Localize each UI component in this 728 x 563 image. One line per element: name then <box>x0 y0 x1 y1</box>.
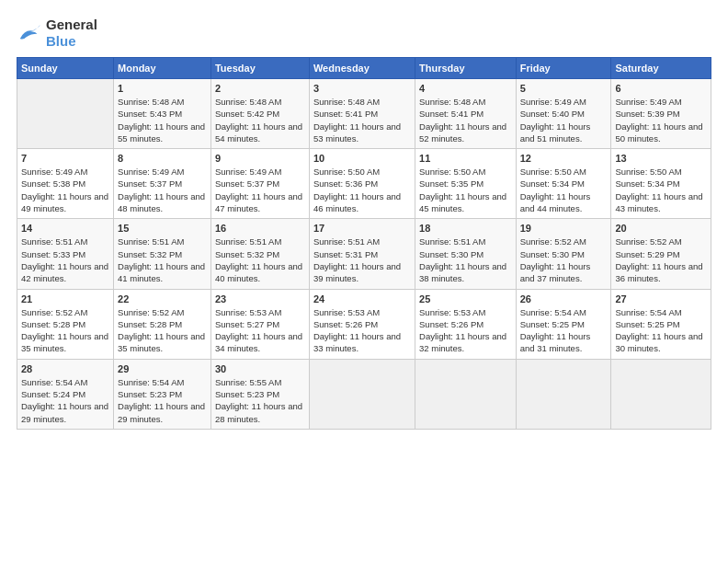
day-info: Sunrise: 5:51 AMSunset: 5:32 PMDaylight:… <box>118 236 207 284</box>
sunrise-text: Sunrise: 5:51 AM <box>118 236 184 247</box>
week-row-4: 28Sunrise: 5:54 AMSunset: 5:24 PMDayligh… <box>17 359 711 429</box>
sunrise-text: Sunrise: 5:54 AM <box>21 377 87 387</box>
calendar-cell: 5Sunrise: 5:49 AMSunset: 5:40 PMDaylight… <box>516 79 611 149</box>
week-row-3: 21Sunrise: 5:52 AMSunset: 5:28 PMDayligh… <box>17 289 711 359</box>
day-number: 14 <box>21 223 109 234</box>
day-number: 30 <box>215 363 305 374</box>
day-info: Sunrise: 5:48 AMSunset: 5:43 PMDaylight:… <box>118 96 207 144</box>
sunset-text: Sunset: 5:31 PM <box>313 249 378 259</box>
sunrise-text: Sunrise: 5:51 AM <box>419 236 485 247</box>
calendar-cell: 10Sunrise: 5:50 AMSunset: 5:36 PMDayligh… <box>309 149 415 219</box>
sunrise-text: Sunrise: 5:51 AM <box>21 236 87 247</box>
sunset-text: Sunset: 5:30 PM <box>520 249 585 259</box>
sunset-text: Sunset: 5:24 PM <box>21 389 85 399</box>
sunset-text: Sunset: 5:41 PM <box>419 109 483 119</box>
header-row: SundayMondayTuesdayWednesdayThursdayFrid… <box>17 58 711 79</box>
calendar-cell: 20Sunrise: 5:52 AMSunset: 5:29 PMDayligh… <box>611 219 711 289</box>
calendar-cell: 14Sunrise: 5:51 AMSunset: 5:33 PMDayligh… <box>17 219 114 289</box>
sunrise-text: Sunrise: 5:50 AM <box>313 167 380 177</box>
daylight-text: Daylight: 11 hours and 29 minutes. <box>118 401 205 423</box>
calendar-cell: 9Sunrise: 5:49 AMSunset: 5:37 PMDaylight… <box>210 149 309 219</box>
day-info: Sunrise: 5:51 AMSunset: 5:30 PMDaylight:… <box>419 236 512 284</box>
sunrise-text: Sunrise: 5:49 AM <box>520 97 586 107</box>
sunrise-text: Sunrise: 5:53 AM <box>313 307 380 317</box>
sunrise-text: Sunrise: 5:53 AM <box>215 307 281 317</box>
day-number: 24 <box>313 293 411 304</box>
daylight-text: Daylight: 11 hours and 46 minutes. <box>313 191 401 213</box>
day-info: Sunrise: 5:50 AMSunset: 5:34 PMDaylight:… <box>615 166 707 214</box>
day-number: 2 <box>215 83 305 94</box>
sunrise-text: Sunrise: 5:54 AM <box>615 307 681 317</box>
daylight-text: Daylight: 11 hours and 43 minutes. <box>615 191 702 213</box>
daylight-text: Daylight: 11 hours and 38 minutes. <box>419 261 506 283</box>
sunset-text: Sunset: 5:29 PM <box>615 249 679 259</box>
header: General Blue <box>17 17 711 50</box>
daylight-text: Daylight: 11 hours and 52 minutes. <box>419 121 506 144</box>
day-info: Sunrise: 5:52 AMSunset: 5:28 PMDaylight:… <box>118 306 207 355</box>
day-info: Sunrise: 5:54 AMSunset: 5:25 PMDaylight:… <box>520 306 608 355</box>
daylight-text: Daylight: 11 hours and 33 minutes. <box>313 331 401 353</box>
week-row-1: 7Sunrise: 5:49 AMSunset: 5:38 PMDaylight… <box>17 149 711 219</box>
calendar-cell: 15Sunrise: 5:51 AMSunset: 5:32 PMDayligh… <box>114 219 211 289</box>
day-info: Sunrise: 5:53 AMSunset: 5:26 PMDaylight:… <box>313 306 411 355</box>
day-number: 29 <box>118 363 207 374</box>
sunset-text: Sunset: 5:30 PM <box>419 249 483 259</box>
day-header-sunday: Sunday <box>17 58 114 79</box>
sunset-text: Sunset: 5:34 PM <box>615 178 679 189</box>
sunrise-text: Sunrise: 5:51 AM <box>313 236 380 247</box>
day-info: Sunrise: 5:51 AMSunset: 5:32 PMDaylight:… <box>215 236 305 284</box>
day-number: 19 <box>520 223 608 234</box>
daylight-text: Daylight: 11 hours and 44 minutes. <box>520 191 591 213</box>
day-info: Sunrise: 5:51 AMSunset: 5:31 PMDaylight:… <box>313 236 411 284</box>
daylight-text: Daylight: 11 hours and 45 minutes. <box>419 191 506 213</box>
day-number: 10 <box>313 153 411 164</box>
daylight-text: Daylight: 11 hours and 34 minutes. <box>215 331 302 353</box>
sunrise-text: Sunrise: 5:54 AM <box>520 307 586 317</box>
calendar-cell: 4Sunrise: 5:48 AMSunset: 5:41 PMDaylight… <box>415 79 517 149</box>
sunset-text: Sunset: 5:35 PM <box>419 178 483 189</box>
day-header-monday: Monday <box>114 58 211 79</box>
day-number: 26 <box>520 293 608 304</box>
calendar-cell: 19Sunrise: 5:52 AMSunset: 5:30 PMDayligh… <box>516 219 611 289</box>
sunrise-text: Sunrise: 5:52 AM <box>118 307 184 317</box>
sunset-text: Sunset: 5:28 PM <box>21 319 85 329</box>
calendar-cell: 12Sunrise: 5:50 AMSunset: 5:34 PMDayligh… <box>516 149 611 219</box>
sunset-text: Sunset: 5:32 PM <box>118 249 182 259</box>
day-number: 9 <box>215 153 305 164</box>
sunrise-text: Sunrise: 5:49 AM <box>215 167 281 177</box>
calendar-cell: 8Sunrise: 5:49 AMSunset: 5:37 PMDaylight… <box>114 149 211 219</box>
calendar-cell <box>516 359 611 429</box>
day-info: Sunrise: 5:49 AMSunset: 5:39 PMDaylight:… <box>615 96 707 144</box>
day-info: Sunrise: 5:54 AMSunset: 5:23 PMDaylight:… <box>118 376 207 425</box>
day-info: Sunrise: 5:48 AMSunset: 5:41 PMDaylight:… <box>419 96 512 144</box>
sunset-text: Sunset: 5:32 PM <box>215 249 279 259</box>
day-number: 27 <box>615 293 707 304</box>
day-info: Sunrise: 5:49 AMSunset: 5:37 PMDaylight:… <box>118 166 207 214</box>
day-info: Sunrise: 5:52 AMSunset: 5:30 PMDaylight:… <box>520 236 608 284</box>
sunrise-text: Sunrise: 5:52 AM <box>615 236 681 247</box>
calendar-cell <box>309 359 415 429</box>
day-info: Sunrise: 5:50 AMSunset: 5:35 PMDaylight:… <box>419 166 512 214</box>
sunset-text: Sunset: 5:40 PM <box>520 109 585 119</box>
daylight-text: Daylight: 11 hours and 42 minutes. <box>21 261 108 283</box>
sunrise-text: Sunrise: 5:48 AM <box>419 97 485 107</box>
daylight-text: Daylight: 11 hours and 32 minutes. <box>419 331 506 353</box>
day-info: Sunrise: 5:48 AMSunset: 5:42 PMDaylight:… <box>215 96 305 144</box>
calendar-cell: 23Sunrise: 5:53 AMSunset: 5:27 PMDayligh… <box>210 289 309 359</box>
day-info: Sunrise: 5:52 AMSunset: 5:28 PMDaylight:… <box>21 306 109 355</box>
calendar-cell: 3Sunrise: 5:48 AMSunset: 5:41 PMDaylight… <box>309 79 415 149</box>
page-container: General Blue SundayMondayTuesdayWednesda… <box>0 0 728 439</box>
sunset-text: Sunset: 5:37 PM <box>215 178 279 189</box>
day-info: Sunrise: 5:55 AMSunset: 5:23 PMDaylight:… <box>215 376 305 425</box>
calendar-cell: 24Sunrise: 5:53 AMSunset: 5:26 PMDayligh… <box>309 289 415 359</box>
daylight-text: Daylight: 11 hours and 41 minutes. <box>118 261 205 283</box>
week-row-0: 1Sunrise: 5:48 AMSunset: 5:43 PMDaylight… <box>17 79 711 149</box>
daylight-text: Daylight: 11 hours and 39 minutes. <box>313 261 401 283</box>
calendar-cell: 6Sunrise: 5:49 AMSunset: 5:39 PMDaylight… <box>611 79 711 149</box>
sunrise-text: Sunrise: 5:52 AM <box>520 236 586 247</box>
day-info: Sunrise: 5:53 AMSunset: 5:26 PMDaylight:… <box>419 306 512 355</box>
calendar-cell: 13Sunrise: 5:50 AMSunset: 5:34 PMDayligh… <box>611 149 711 219</box>
sunset-text: Sunset: 5:26 PM <box>313 319 378 329</box>
day-info: Sunrise: 5:53 AMSunset: 5:27 PMDaylight:… <box>215 306 305 355</box>
calendar-cell: 28Sunrise: 5:54 AMSunset: 5:24 PMDayligh… <box>17 359 114 429</box>
